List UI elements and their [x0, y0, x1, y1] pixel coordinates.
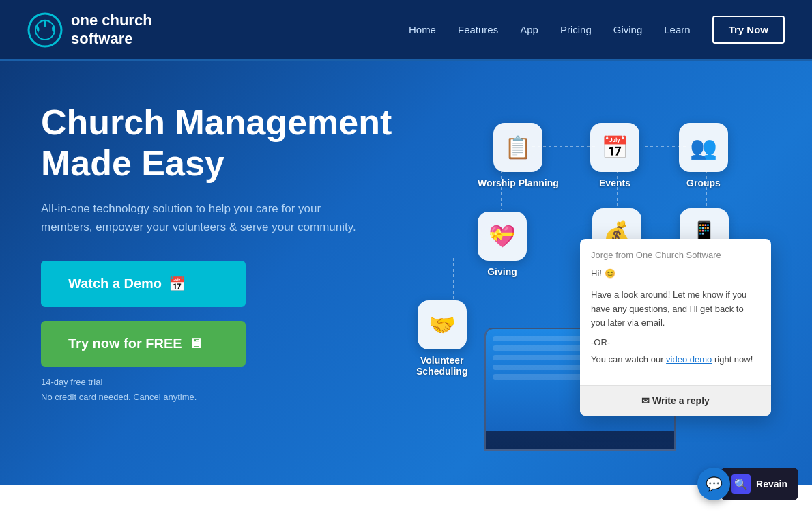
groups-label: Groups [686, 177, 721, 188]
hero-diagram: 📋 Worship Planning 📅 Events 👥 Groups 💝 G… [396, 102, 771, 444]
nav-giving[interactable]: Giving [613, 24, 643, 35]
volunteer-icon: 🤝 [418, 300, 467, 349]
groups-icon: 👥 [679, 123, 728, 172]
chat-or: -OR- [591, 337, 760, 347]
logo-text: one church software [71, 12, 152, 48]
logo[interactable]: one church software [27, 12, 152, 48]
svg-point-0 [29, 14, 61, 46]
calendar-icon: 📅 [169, 276, 186, 292]
volunteer-label: VolunteerScheduling [416, 355, 467, 377]
logo-icon [27, 12, 63, 48]
worship-planning-label: Worship Planning [478, 177, 559, 188]
chat-float-button[interactable]: 💬 [697, 468, 730, 500]
hero-section: Church Management Made Easy All-in-one t… [0, 61, 812, 485]
giving-icon: 💝 [478, 212, 527, 261]
hero-subtitle: All-in-one technology solution to help y… [41, 199, 368, 236]
feature-volunteer: 🤝 VolunteerScheduling [416, 300, 467, 377]
chat-reply-button[interactable]: ✉ Write a reply [580, 385, 771, 416]
feature-events: 📅 Events [590, 123, 639, 188]
watch-demo-button[interactable]: Watch a Demo 📅 [41, 261, 246, 307]
hero-content: Church Management Made Easy All-in-one t… [41, 102, 396, 405]
chat-body: Jorge from One Church Software Hi! 😊 Hav… [580, 239, 771, 385]
free-trial-note: 14-day free trial No credit card needed.… [41, 375, 396, 405]
feature-giving: 💝 Giving [478, 212, 527, 277]
chat-greeting: Hi! 😊 [591, 267, 760, 281]
navbar: one church software Home Features App Pr… [0, 0, 812, 61]
nav-learn[interactable]: Learn [664, 24, 690, 35]
chat-watch: You can watch our video demo right now! [591, 353, 760, 367]
chat-popup: Jorge from One Church Software Hi! 😊 Hav… [580, 239, 771, 416]
giving-label: Giving [487, 266, 517, 277]
revain-label: Revain [756, 479, 787, 489]
feature-worship-planning: 📋 Worship Planning [478, 123, 559, 188]
revain-badge[interactable]: 🔍 Revain [721, 468, 798, 500]
try-free-button[interactable]: Try now for FREE 🖥 [41, 321, 246, 367]
nav-links: Home Features App Pricing Giving Learn T… [409, 16, 785, 44]
worship-planning-icon: 📋 [493, 123, 542, 172]
screen-icon: 🖥 [189, 336, 203, 352]
feature-groups: 👥 Groups [679, 123, 728, 188]
video-demo-link[interactable]: video demo [666, 354, 712, 365]
revain-icon: 🔍 [731, 474, 751, 494]
events-label: Events [599, 177, 630, 188]
nav-features[interactable]: Features [458, 24, 498, 35]
chat-message: Have a look around! Let me know if you h… [591, 288, 760, 330]
bottom-section: Best-in-Class Customer Support. Our team… [0, 485, 812, 514]
events-icon: 📅 [590, 123, 639, 172]
nav-home[interactable]: Home [409, 24, 436, 35]
hero-title: Church Management Made Easy [41, 102, 396, 184]
try-now-button[interactable]: Try Now [712, 16, 785, 44]
nav-pricing[interactable]: Pricing [560, 24, 592, 35]
nav-app[interactable]: App [520, 24, 538, 35]
chat-sender: Jorge from One Church Software [591, 250, 760, 260]
